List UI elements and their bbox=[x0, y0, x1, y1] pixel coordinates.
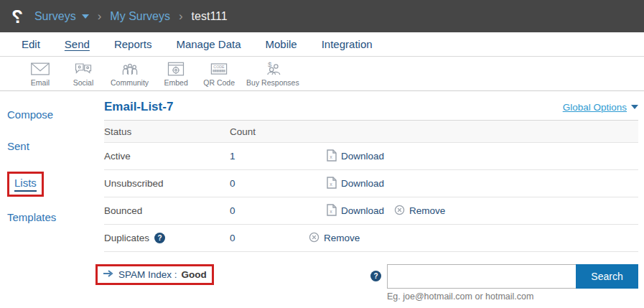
sidebar-item-label: Compose bbox=[7, 108, 53, 121]
toolbar-label: Social bbox=[73, 78, 94, 87]
remove-label: Remove bbox=[409, 205, 445, 216]
chevron-down-icon[interactable] bbox=[82, 14, 89, 19]
spam-index-label[interactable]: SPAM Index : bbox=[118, 269, 177, 280]
excel-file-icon: x bbox=[327, 177, 337, 191]
sidebar-item-label: Templates bbox=[7, 211, 56, 223]
arrow-right-icon bbox=[103, 269, 114, 280]
breadcrumb-current-survey: test111 bbox=[192, 10, 228, 23]
svg-text:x: x bbox=[330, 154, 332, 159]
breadcrumb-surveys[interactable]: Surveys bbox=[34, 10, 76, 23]
global-options-link[interactable]: Global Options bbox=[563, 102, 638, 113]
column-header-status: Status bbox=[104, 126, 230, 137]
search-area: ? Search Eg. joe@hotmail.com or hotmail.… bbox=[370, 264, 638, 302]
spam-index-value: Good bbox=[182, 269, 207, 280]
toolbar-social-button[interactable]: Social bbox=[65, 61, 102, 87]
global-options-label: Global Options bbox=[563, 102, 627, 113]
remove-link[interactable]: Remove bbox=[394, 205, 445, 218]
menu-item-edit[interactable]: Edit bbox=[22, 38, 40, 50]
remove-label: Remove bbox=[324, 233, 360, 243]
excel-file-icon: x bbox=[327, 204, 337, 218]
sidebar-item-sent[interactable]: Sent bbox=[7, 140, 93, 152]
toolbar-email-button[interactable]: Email bbox=[22, 61, 59, 87]
help-icon[interactable]: ? bbox=[370, 271, 381, 281]
annotation-box: Lists bbox=[7, 172, 44, 197]
breadcrumb-separator-icon: › bbox=[98, 9, 102, 24]
content-area: Compose Sent Lists Templates Email-List-… bbox=[0, 91, 644, 302]
community-icon bbox=[120, 61, 140, 77]
download-link[interactable]: x Download bbox=[327, 149, 384, 164]
sidebar: Compose Sent Lists Templates bbox=[0, 91, 93, 302]
table-row: Bounced 0 x Download bbox=[104, 197, 638, 225]
menu-item-mobile[interactable]: Mobile bbox=[266, 38, 297, 50]
embed-icon bbox=[166, 61, 186, 77]
annotation-box: SPAM Index : Good bbox=[95, 264, 214, 285]
excel-file-icon: x bbox=[327, 149, 337, 164]
toolbar-label: QR Code bbox=[203, 78, 235, 87]
email-list-table: Status Count Active 1 x bbox=[104, 120, 638, 252]
download-label: Download bbox=[341, 151, 384, 162]
table-header-row: Status Count bbox=[104, 121, 638, 143]
table-row: Duplicates ? 0 Remove bbox=[104, 225, 638, 252]
toolbar-label: Buy Responses bbox=[246, 78, 299, 87]
status-label: Unsubscribed bbox=[104, 178, 230, 189]
table-row: Unsubscribed 0 x Download bbox=[104, 170, 638, 197]
svg-text:x: x bbox=[330, 181, 332, 186]
spam-index: SPAM Index : Good bbox=[103, 269, 207, 280]
sidebar-item-lists[interactable]: Lists bbox=[7, 172, 93, 197]
menu-item-integration[interactable]: Integration bbox=[322, 38, 373, 50]
top-bar: ? Surveys › My Surveys › test111 bbox=[0, 0, 644, 32]
toolbar-label: Embed bbox=[164, 78, 187, 87]
toolbar-buy-responses-button[interactable]: $ Buy Responses bbox=[243, 61, 302, 87]
page-title: Email-List-7 bbox=[104, 100, 173, 114]
remove-circle-icon bbox=[309, 232, 319, 245]
brand-logo-icon[interactable]: ? bbox=[11, 7, 23, 26]
search-input[interactable] bbox=[387, 264, 576, 289]
menu-item-manage-data[interactable]: Manage Data bbox=[176, 38, 241, 50]
remove-circle-icon bbox=[394, 205, 405, 218]
sidebar-item-templates[interactable]: Templates bbox=[7, 211, 93, 223]
status-label: Active bbox=[104, 151, 230, 162]
status-label: Bounced bbox=[104, 205, 230, 216]
download-link[interactable]: x Download bbox=[327, 177, 384, 191]
menu-item-send[interactable]: Send bbox=[65, 38, 90, 50]
sidebar-item-label: Lists bbox=[14, 177, 37, 192]
toolbar-label: Community bbox=[111, 78, 149, 87]
main-panel: Email-List-7 Global Options Status Count… bbox=[93, 91, 644, 302]
column-header-count: Count bbox=[230, 126, 327, 137]
status-label: Duplicates bbox=[104, 233, 149, 243]
qr-code-icon: CODE bbox=[208, 61, 230, 77]
help-icon[interactable]: ? bbox=[154, 233, 165, 243]
breadcrumb: Surveys › My Surveys › test111 bbox=[34, 9, 228, 24]
search-button[interactable]: Search bbox=[576, 264, 638, 289]
count-value: 0 bbox=[230, 178, 327, 189]
table-row: Active 1 x Download bbox=[104, 143, 638, 170]
toolbar-qr-code-button[interactable]: CODE QR Code bbox=[200, 61, 238, 87]
svg-text:x: x bbox=[330, 208, 332, 213]
send-toolbar: Email Social Community bbox=[0, 57, 644, 91]
breadcrumb-my-surveys[interactable]: My Surveys bbox=[110, 10, 170, 23]
download-label: Download bbox=[341, 178, 384, 189]
remove-link[interactable]: Remove bbox=[309, 232, 360, 245]
toolbar-community-button[interactable]: Community bbox=[108, 61, 151, 87]
chevron-down-icon bbox=[631, 105, 638, 109]
breadcrumb-separator-icon: › bbox=[179, 9, 183, 24]
sidebar-item-label: Sent bbox=[7, 140, 29, 152]
sidebar-item-compose[interactable]: Compose bbox=[7, 108, 93, 121]
search-hint: Eg. joe@hotmail.com or hotmail.com bbox=[387, 291, 638, 302]
count-value: 0 bbox=[230, 205, 327, 216]
download-link[interactable]: x Download bbox=[327, 204, 384, 218]
email-icon bbox=[30, 61, 50, 77]
social-icon bbox=[73, 61, 93, 77]
menu-bar: Edit Send Reports Manage Data Mobile Int… bbox=[0, 32, 644, 57]
count-value: 1 bbox=[230, 151, 327, 162]
buy-responses-icon: $ bbox=[262, 61, 284, 77]
menu-item-reports[interactable]: Reports bbox=[114, 38, 152, 50]
toolbar-label: Email bbox=[31, 78, 50, 87]
toolbar-embed-button[interactable]: Embed bbox=[157, 61, 195, 87]
svg-text:CODE: CODE bbox=[213, 64, 225, 68]
download-label: Download bbox=[341, 205, 384, 216]
